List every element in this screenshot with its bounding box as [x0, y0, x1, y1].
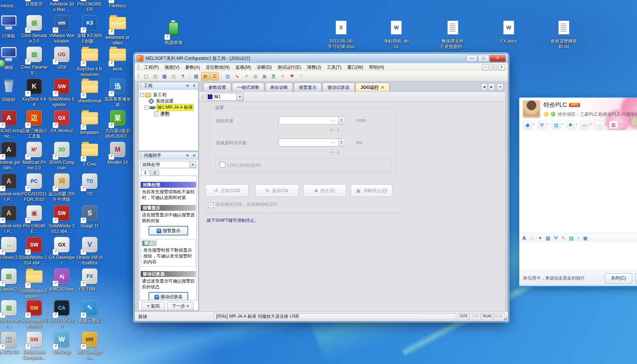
print-icon[interactable]: ▥: [169, 72, 178, 80]
remote-assist-icon[interactable]: ▭: [580, 121, 592, 129]
tab-scroll-right-icon[interactable]: ▶: [488, 83, 495, 91]
minimize-button[interactable]: —: [466, 55, 477, 62]
chat-send-button[interactable]: 发送(S): [636, 273, 637, 284]
desktop-file-icon[interactable]: W孕妇用药. docx: [383, 19, 409, 50]
spin-up-icon[interactable]: [340, 117, 343, 120]
desktop-icon[interactable]: ◫↗o STD R4: [0, 331, 22, 355]
desktop-icon[interactable]: ▦↗Creo Parametr...: [21, 46, 47, 76]
reverse-cw-button[interactable]: ↻反转CW: [255, 184, 298, 197]
star-icon[interactable]: [544, 112, 548, 116]
resize-grip[interactable]: ◢: [504, 316, 507, 321]
emoji-icon[interactable]: ☺: [529, 235, 534, 241]
help-icon[interactable]: ?: [179, 72, 187, 80]
mdi-restore-icon[interactable]: ▢: [490, 64, 497, 71]
desktop-icon[interactable]: ▣↗Pro ENGINE...: [21, 204, 47, 234]
chevron-down-icon[interactable]: [533, 124, 535, 126]
desktop-icon[interactable]: UG↗UG8: [49, 46, 75, 70]
footer-ad-text[interactable]: 有信用卡，来场说走就走的旅行: [523, 275, 585, 281]
chat-input-area[interactable]: [519, 242, 637, 270]
desktop-icon[interactable]: A↗utodesk entor P...: [0, 204, 22, 234]
desktop-icon[interactable]: ↗work: [104, 46, 131, 72]
chevron-down-icon[interactable]: [590, 124, 592, 126]
note-icon[interactable]: ✎: [561, 235, 566, 241]
assistant-mode-select[interactable]: 故障处理 ▼: [140, 161, 196, 168]
desktop-file-icon[interactable]: 数据库文件 不是预期的...: [440, 19, 466, 50]
spin-down-icon[interactable]: [340, 120, 343, 123]
desktop-icon[interactable]: M'↗Mathcad Prime 2.0: [21, 141, 47, 171]
desktop-icon[interactable]: A↗utodesk entor P...: [0, 172, 22, 202]
desktop-icon[interactable]: SW↗SolidWorks 2012 x64 ...: [49, 204, 75, 234]
screen-rec-icon[interactable]: ▣: [583, 235, 588, 241]
desktop-icon[interactable]: ↔↗eo Direct 2.0: [0, 236, 22, 260]
desktop-icon[interactable]: ↗FileRecv: [104, 0, 131, 9]
chat-close-button[interactable]: 关闭(C): [605, 273, 632, 284]
desktop-icon[interactable]: SW↗SolidWorks Electrical: [21, 299, 47, 329]
desktop-icon[interactable]: V↗Oracle VM VirtualBox: [76, 236, 103, 266]
file-send-icon[interactable]: ↑: [577, 235, 580, 241]
tab-menu-icon[interactable]: ▼: [497, 83, 504, 91]
open-file-icon[interactable]: ▤: [151, 72, 160, 80]
assistant-drive-recorder-button[interactable]: ↗驱动记录器: [148, 292, 188, 300]
assistant-tab-2[interactable]: 2: [150, 170, 159, 176]
chevron-down-icon[interactable]: ▼: [189, 161, 196, 168]
station-icon[interactable]: ▦: [192, 72, 200, 80]
tab-驱动记录器[interactable]: 驱动记录器: [322, 83, 355, 92]
desktop-icon[interactable]: FX↗FX-TRN-...: [76, 267, 103, 292]
desktop-icon[interactable]: ✎↗有道云笔记: [76, 299, 103, 324]
expander-icon[interactable]: −: [144, 105, 148, 109]
desktop-icon[interactable]: ▦↗Creo rametr...: [0, 299, 22, 329]
tab-scroll-left-icon[interactable]: ◀: [481, 83, 487, 91]
voice-call-icon[interactable]: Ψ: [537, 121, 549, 129]
desktop-icon[interactable]: A↗utoCAD echanic...: [0, 109, 22, 139]
chevron-down-icon[interactable]: ▼: [236, 93, 243, 100]
qq-apps-icon[interactable]: ⊞: [609, 121, 621, 129]
desktop-icon[interactable]: ↗weldment profiles: [104, 14, 131, 46]
menu-item[interactable]: 测试运行(E): [275, 64, 304, 71]
pin-icon[interactable]: ✛: [185, 83, 190, 88]
desktop-icon[interactable]: ▦↗o Layout 2.0: [0, 267, 22, 292]
menu-item[interactable]: 视图(V): [162, 64, 182, 71]
chevron-down-icon[interactable]: [547, 124, 549, 126]
desktop-icon[interactable]: ↗KeyShot 4 Resources: [76, 46, 103, 78]
create-group-icon[interactable]: ✚: [566, 121, 578, 129]
desktop-icon[interactable]: M↗Mindjet 14: [104, 141, 131, 165]
desktop-icon[interactable]: GX↗GX Works2: [49, 109, 75, 134]
desktop-icon[interactable]: TD↗TD: [76, 172, 103, 197]
menu-item[interactable]: 诊断(D): [254, 64, 275, 71]
menu-item[interactable]: 工具(T): [324, 64, 344, 71]
desktop-icon[interactable]: PC↗PCCAD2011 FOR 2010: [21, 172, 47, 202]
tab-close-icon[interactable]: ✕: [381, 85, 384, 90]
chevron-down-icon[interactable]: [619, 124, 621, 126]
desktop-icon[interactable]: 迈↗迈迪三维设计 工具集: [21, 109, 47, 139]
forward-ccw-button[interactable]: ↺正转CCW: [205, 184, 248, 197]
assistant-toggle-icon[interactable]: ☰: [210, 72, 219, 80]
desktop-icon[interactable]: ministr...: [0, 0, 22, 9]
project-tree-toggle-icon[interactable]: ⊞: [201, 72, 210, 80]
read-icon[interactable]: ↘: [233, 72, 241, 80]
desktop-icon[interactable]: 3ds↗Autodesk 3ds Max ...: [49, 0, 75, 12]
tab-一键式调整[interactable]: 一键式调整: [232, 83, 264, 92]
desktop-icon[interactable]: PRO↗Pro ENGINEER: [76, 0, 103, 12]
test-mode-icon[interactable]: ✦: [279, 72, 287, 80]
desktop-icon[interactable]: ↗SolidWorks Explorer ...: [21, 267, 47, 299]
project-panel-titlebar[interactable]: 工程 ✛ ✕: [139, 82, 198, 90]
menu-item[interactable]: 工程(P): [141, 64, 162, 71]
tree-item[interactable]: 系统设置: [139, 98, 198, 104]
desktop-icon[interactable]: 计算机: [0, 14, 22, 39]
copy-icon[interactable]: ▣: [260, 72, 269, 80]
tree-item[interactable]: 参数: [139, 111, 198, 117]
desktop-icon[interactable]: 词↗金山词霸 2009 牛津版: [49, 172, 75, 202]
assistant-panel-titlebar[interactable]: 伺服助手 ✛ ✕: [139, 152, 198, 159]
lsp-checkbox[interactable]: [220, 162, 225, 167]
desktop-icon[interactable]: SW↗SolidWorks 2014 x64 ...: [21, 236, 47, 266]
chevron-down-icon[interactable]: [576, 124, 578, 126]
search-icon[interactable]: [551, 112, 555, 116]
menu-item[interactable]: 定位数据(N): [203, 64, 233, 71]
spin-down-icon[interactable]: [340, 143, 343, 145]
pin-icon[interactable]: ✛: [185, 153, 190, 158]
desktop-icon[interactable]: K↗KeyShot 4 64: [21, 78, 47, 108]
back-button[interactable]: < 返回: [142, 302, 165, 311]
shake-icon[interactable]: ✦: [538, 235, 542, 241]
field-input[interactable]: ----: [279, 138, 344, 147]
desktop-icon[interactable]: ▦↗Creo Simulate 2.0: [21, 14, 47, 44]
